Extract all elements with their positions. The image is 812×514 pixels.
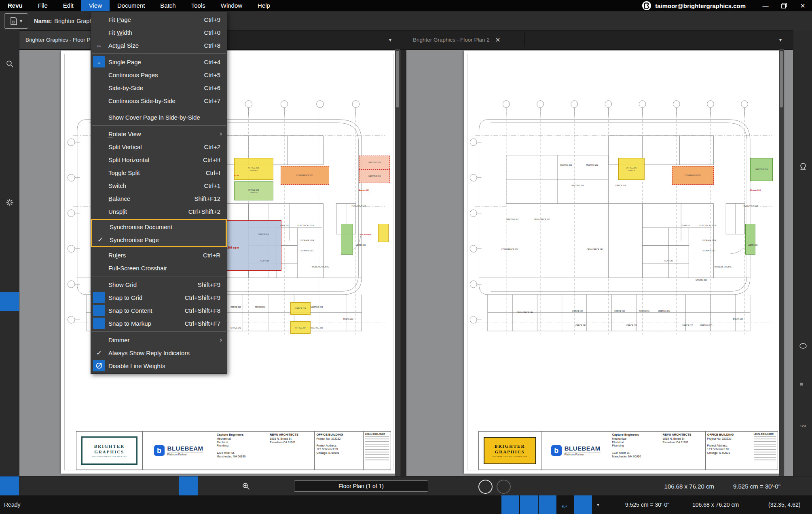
split-horizontal-button[interactable]: M3,4 h16 v14 h-16 z M3,11 h16 [60, 480, 72, 492]
close-tab-icon[interactable]: ✕ [495, 36, 501, 44]
restore-button[interactable] [775, 0, 793, 11]
menu-item-revu[interactable]: Revu [0, 0, 30, 11]
menu-item-split-horizontal[interactable]: M3,4 h16 v14 h-16 z M3,11 h16Split Horiz… [91, 153, 227, 166]
menu-item-balance[interactable]: BalanceShift+F12 [91, 192, 227, 205]
room-markup[interactable] [745, 224, 755, 255]
menu-item-snap-to-content[interactable]: M4,2.5 h7 l3,3 v6 h-10 z M11,2.5 v3 h3 M… [91, 304, 227, 317]
menu-item-disable-line-weights[interactable]: Disable Line Weights [91, 359, 227, 372]
menu-item-rulers[interactable]: M4,3 v15 h15 M4,6 h3 M4,9 h2.2 M4,12 h3 … [91, 249, 227, 261]
forms-icon[interactable]: M4,3 h11 v16 h-11 z M6.5,7 h6 M6.5,10 h6… [0, 213, 19, 232]
menu-item-batch[interactable]: Batch [152, 0, 183, 11]
snap-to-grid-toggle[interactable]: M3,7 h10 M3,11 h10 M6,4 v10 M10,4 v10 M1… [501, 495, 519, 514]
snapshot-icon[interactable]: M4,4 h4 M10,4 h4 M16,4 h2 v2 M18,9 v4 M1… [793, 196, 812, 215]
lasso-icon[interactable]: M6,4 l10,2 3,7 -6,5 -8,-3 z [793, 117, 812, 136]
document-menu-button[interactable]: ▾ [4, 13, 28, 29]
menu-item-continuous-pages[interactable]: M5,3 h9 v7 h-9 M5,13 h9 v7 h-9Continuous… [91, 68, 227, 81]
polyline-tool-icon[interactable]: M3,16 l5,-8 4,5 6,-9 [793, 276, 812, 295]
menu-item-unsplit[interactable]: M3,4 h16 v14 h-16 zUnsplitCtrl+Shift+2 [91, 205, 227, 218]
tags-icon[interactable]: M3,8 l6,-5 h10 v16 h-10 l-6,-5 z [0, 74, 19, 93]
close-button[interactable]: × [793, 0, 812, 11]
menu-item-show-grid[interactable]: M4,8 h14 M4,13 h14 M8,4 v14 M13,4 v14Sho… [91, 278, 227, 291]
arc-tool-icon[interactable]: M4,18 A14,14 0 0 1 18,4 [793, 256, 812, 275]
room-markup[interactable]: MEETING 209 [750, 158, 773, 181]
room-markup[interactable]: CONFERENCE 207 [281, 166, 329, 185]
select-tool-button[interactable]: M7,3 l10,9 -5,0.5 3,6 -2.5,1.2 -3,-6 -3.… [204, 480, 216, 492]
settings-gear-icon[interactable] [0, 193, 19, 212]
menu-item-side-by-side[interactable]: M3,5 h7 v12 h-7 z M12,5 h7 v12 h-7 zSide… [91, 81, 227, 94]
menu-item-dimmer[interactable]: Dimmer› [91, 333, 227, 346]
room-markup[interactable]: CONFERENCE 207 [672, 166, 714, 185]
image-icon[interactable]: M3,4 h16 v14 h-16 z M5,15 l4,-5 3,3 3,-4… [793, 177, 812, 196]
menu-item-help[interactable]: Help [250, 0, 278, 11]
menu-item-tools[interactable]: Tools [184, 0, 213, 11]
room-markup[interactable]: MEETING 208 [359, 156, 390, 170]
menu-item-single-page[interactable]: M5,2.5 h8 l4,4 v13 h-12 z M13,2.5 v4 h41… [91, 55, 227, 68]
highlighter-icon[interactable]: M4,16 l8,-10 4,3 -8,10 z M4,16 l-1,4.5 4… [793, 57, 812, 76]
pane-splitter[interactable] [400, 49, 406, 476]
right-tab-overflow-caret[interactable]: ▾ [774, 30, 787, 49]
menu-item-rotate-view[interactable]: Rotate View› [91, 127, 227, 140]
menu-item-document[interactable]: Document [110, 0, 152, 11]
menu-item-snap-to-markup[interactable]: M3,13 l7,-9 3,2.5 -7,9 z M3,13 l-0.5,3.5… [91, 317, 227, 330]
zoom-tool-button[interactable] [240, 480, 252, 492]
menu-item-continuous-side-by-side[interactable]: M4,3 h6 v6 h-6 M12,3 h6 v6 h-6 M4,13 h6 … [91, 94, 227, 107]
search-icon[interactable] [0, 54, 19, 73]
rectangle-tool-icon[interactable]: M4,6 h14 v10 h-14 z [793, 316, 812, 335]
room-markup[interactable] [341, 224, 353, 255]
stamp-icon[interactable] [793, 156, 812, 175]
hatch-tool-icon[interactable]: M4,4 h14 v14 h-14 z M4,12 l8,-8 M4,18 l1… [793, 436, 812, 455]
split-vertical-button[interactable]: M3,4 h16 v14 h-16 z M11,4 v14 [42, 480, 54, 492]
page-navigation-field[interactable]: Floor Plan (1 of 1) [294, 480, 428, 492]
last-page-button[interactable]: M15,4 v14 M5,5 l7,6 -7,6 [450, 480, 462, 492]
area-highlight-icon[interactable]: M4,4 h14 v14 h-14 z M4,11 h14 M11,4 v14 [793, 376, 812, 395]
menu-item-actual-size[interactable]: M5,2.5 h8 l4,4 v13 h-12 z M13,2.5 v4 h41… [91, 39, 227, 52]
room-markup[interactable]: MEETING 209 [359, 169, 390, 183]
tab-floor-plan-right[interactable]: Brighter Graphics - Floor Plan 2 ✕ [406, 30, 524, 49]
menu-item-edit[interactable]: Edit [55, 0, 81, 11]
menu-item-view[interactable]: View [81, 0, 110, 11]
bookmarks-icon[interactable]: M5,3 h12 v16 l-6,-4 -6,4 z [0, 153, 19, 172]
text-tool-icon[interactable]: M4,4 h14 v14 h-14 z M7.5,15 l3.5,-8 3.5,… [793, 37, 812, 56]
markups-list-button[interactable]: M4,6 h14 M4,11 h14 M4,16 h14 [0, 476, 19, 496]
menu-item-file[interactable]: File [30, 0, 55, 11]
spaces-icon[interactable]: M4,4 h14 v14 h-14 z M11,4 v7 M11,11 h7 M… [0, 173, 19, 192]
next-page-button[interactable]: M7,5 l7,6 -7,6 [433, 480, 445, 492]
grid-toggle-icon[interactable]: M4,8 h14 M4,13 h14 M8,4 v14 M13,4 v14 [484, 495, 498, 514]
left-tab-overflow-caret[interactable]: ▾ [384, 30, 396, 49]
menu-item-switch[interactable]: SwitchCtrl+1 [91, 179, 227, 192]
links-icon[interactable]: M4,5 h14 v5 h-14 z M4,13 h14 v5 h-14 z [0, 272, 19, 291]
sync-options-caret[interactable]: ▾ [593, 495, 603, 514]
line-tool-icon[interactable]: M4,18 L18,4 [793, 217, 812, 236]
first-page-button[interactable]: M7,4 v14 M17,5 l-7,6 7,6 [263, 480, 275, 492]
cloud-markup-icon[interactable]: M6,15 a3,3 0 1 1 1,-6 a4,4 0 0 1 8,0 a3,… [793, 137, 812, 156]
arrow-tool-icon[interactable]: M4,18 L17,5 M17,5 h-5 M17,5 v5 [793, 236, 812, 255]
previous-view-button[interactable]: M13,5 l-6,6 6,6 [478, 480, 493, 494]
tool-chest-icon[interactable]: M3,8 h16 v10 h-16 z M8,8 v-3 h6 v3 M3,12… [0, 232, 19, 251]
pen-icon[interactable]: M4,16 l8,-10 4,3 -8,10 z M4,16 l-1,4.5 4… [793, 77, 812, 96]
menu-item-fit-width[interactable]: M5,2.5 h8 l4,4 v13 h-12 z M13,2.5 v4 h4M… [91, 26, 227, 39]
count-tool-icon[interactable]: 123 [793, 416, 812, 435]
menu-item-split-vertical[interactable]: M3,4 h16 v14 h-16 z M11,4 v14Split Verti… [91, 140, 227, 153]
room-markup[interactable]: OFFICE 205204.62 sf [618, 158, 645, 180]
right-document-pane[interactable]: OFFICE 205204.62 sfCONFERENCE 207MEETING… [406, 49, 793, 476]
account-email[interactable]: taimoor@brightergraphics.com [655, 2, 746, 9]
menu-item-full-screen-crosshair[interactable]: M11,2 v6 M11,14 v6 M2,11 h6 M14,11 h6Ful… [91, 261, 227, 274]
layers-icon[interactable]: M11,3 l8,5 -8,5 -8,-5 z M3,13 l8,5 8,-5 [0, 252, 19, 271]
left-pane-scrollbar[interactable] [395, 49, 400, 476]
measurements-icon[interactable]: M3,7 h16 v8 h-16 z M6.5,7 v3.5 M10,7 v2.… [0, 34, 19, 53]
minimize-button[interactable]: — [756, 0, 775, 11]
snap-to-content-toggle[interactable]: M4,2.5 h7 l3,3 v6 h-10 z M11,2.5 v3 h3 M… [520, 495, 538, 514]
menu-item-synchronise-page[interactable]: ✓Synchronise Page [92, 233, 226, 246]
sync-views-refresh-icon[interactable]: M5,9 a7,7 0 0 1 12,-1 M17,4 v4 h-4 [557, 495, 572, 514]
menu-item-snap-to-grid[interactable]: M3,7 h10 M3,11 h10 M6,4 v10 M10,4 v10 M1… [91, 291, 227, 304]
menu-item-fit-page[interactable]: M5,2.5 h8 l4,4 v13 h-12 z M13,2.5 v4 h4F… [91, 13, 227, 26]
file-access-icon[interactable]: M4,4 h14 v14 h-14 z M4,11 h14 M9,7.5 h4 … [0, 133, 19, 152]
fit-width-button[interactable]: M5,2.5 h8 l4,4 v13 h-12 z M13,2.5 v4 h4M… [99, 480, 112, 492]
studio-icon[interactable]: M3,5 h16 v10 h-16 z M8,19 h6 M11,15 v4 [0, 292, 19, 311]
ellipse-tool-icon[interactable] [793, 336, 812, 355]
snap-to-markup-toggle[interactable]: M3,13 l7,-9 3,2.5 -7,9 z M3,13 l-0.5,3.5… [539, 495, 556, 514]
previous-page-button[interactable]: M15,5 l-7,6 7,6 [281, 480, 293, 492]
eraser-icon[interactable]: M4,14 l8,-8 6,5 -8,8 h-4 z M9,19 h9 [793, 97, 812, 116]
table-icon[interactable]: M3,4 h16 v14 h-16 z M3,9 h16 M3,13.5 h16… [793, 396, 812, 415]
markup-tools-icon[interactable]: M4,17 l9,-11 4,3 -9,11 z M4,17 l-1,4 M2,… [0, 94, 19, 113]
